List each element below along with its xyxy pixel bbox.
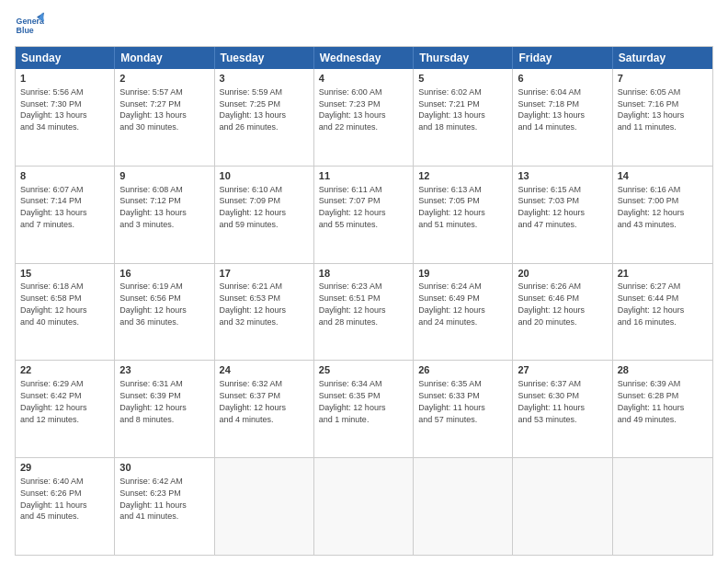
logo: General Blue xyxy=(15,11,44,40)
calendar-cell-day-25: 25Sunrise: 6:34 AM Sunset: 6:35 PM Dayli… xyxy=(314,361,414,457)
header: General Blue xyxy=(15,11,713,40)
calendar-cell-day-5: 5Sunrise: 6:02 AM Sunset: 7:21 PM Daylig… xyxy=(414,69,513,166)
day-info: Sunrise: 6:19 AM Sunset: 6:56 PM Dayligh… xyxy=(119,282,187,326)
calendar-cell-day-8: 8Sunrise: 6:07 AM Sunset: 7:14 PM Daylig… xyxy=(16,167,115,263)
day-info: Sunrise: 5:59 AM Sunset: 7:25 PM Dayligh… xyxy=(220,87,287,132)
day-info: Sunrise: 6:18 AM Sunset: 6:58 PM Dayligh… xyxy=(20,282,87,326)
day-number: 28 xyxy=(618,363,708,377)
day-number: 18 xyxy=(319,267,408,281)
calendar-cell-day-19: 19Sunrise: 6:24 AM Sunset: 6:49 PM Dayli… xyxy=(414,264,513,361)
calendar-cell-day-23: 23Sunrise: 6:31 AM Sunset: 6:39 PM Dayli… xyxy=(115,361,214,457)
calendar-row-1: 8Sunrise: 6:07 AM Sunset: 7:14 PM Daylig… xyxy=(16,166,712,263)
day-info: Sunrise: 6:26 AM Sunset: 6:46 PM Dayligh… xyxy=(518,282,585,326)
calendar-cell-day-22: 22Sunrise: 6:29 AM Sunset: 6:42 PM Dayli… xyxy=(16,361,115,457)
day-info: Sunrise: 5:56 AM Sunset: 7:30 PM Dayligh… xyxy=(20,87,87,132)
day-number: 23 xyxy=(119,363,209,377)
calendar-cell-empty xyxy=(613,458,712,555)
generalblue-logo-icon: General Blue xyxy=(15,11,44,40)
day-info: Sunrise: 6:23 AM Sunset: 6:51 PM Dayligh… xyxy=(319,282,386,326)
calendar: SundayMondayTuesdayWednesdayThursdayFrid… xyxy=(15,46,713,556)
day-number: 26 xyxy=(418,363,507,377)
calendar-header-monday: Monday xyxy=(115,47,214,69)
calendar-cell-day-7: 7Sunrise: 6:05 AM Sunset: 7:16 PM Daylig… xyxy=(613,69,712,166)
svg-text:Blue: Blue xyxy=(17,26,34,35)
calendar-cell-day-12: 12Sunrise: 6:13 AM Sunset: 7:05 PM Dayli… xyxy=(414,167,513,263)
calendar-row-2: 15Sunrise: 6:18 AM Sunset: 6:58 PM Dayli… xyxy=(16,263,712,361)
day-number: 29 xyxy=(20,461,109,475)
day-number: 19 xyxy=(418,267,507,281)
calendar-cell-day-20: 20Sunrise: 6:26 AM Sunset: 6:46 PM Dayli… xyxy=(513,264,612,361)
day-info: Sunrise: 6:24 AM Sunset: 6:49 PM Dayligh… xyxy=(418,282,485,326)
calendar-header-friday: Friday xyxy=(513,47,612,69)
day-number: 4 xyxy=(319,72,408,86)
day-number: 1 xyxy=(20,72,109,86)
day-number: 14 xyxy=(618,169,708,183)
calendar-cell-day-4: 4Sunrise: 6:00 AM Sunset: 7:23 PM Daylig… xyxy=(314,69,414,166)
calendar-header-sunday: Sunday xyxy=(16,47,115,69)
calendar-cell-day-14: 14Sunrise: 6:16 AM Sunset: 7:00 PM Dayli… xyxy=(613,167,712,263)
day-number: 5 xyxy=(418,72,507,86)
day-info: Sunrise: 6:34 AM Sunset: 6:35 PM Dayligh… xyxy=(319,379,386,423)
day-number: 15 xyxy=(20,267,109,281)
calendar-cell-day-27: 27Sunrise: 6:37 AM Sunset: 6:30 PM Dayli… xyxy=(513,361,612,457)
day-info: Sunrise: 6:32 AM Sunset: 6:37 PM Dayligh… xyxy=(220,379,287,423)
day-number: 20 xyxy=(518,267,607,281)
day-info: Sunrise: 6:42 AM Sunset: 6:23 PM Dayligh… xyxy=(119,477,187,521)
calendar-header-thursday: Thursday xyxy=(414,47,513,69)
day-info: Sunrise: 6:07 AM Sunset: 7:14 PM Dayligh… xyxy=(20,185,87,229)
calendar-cell-day-18: 18Sunrise: 6:23 AM Sunset: 6:51 PM Dayli… xyxy=(314,264,414,361)
calendar-cell-day-1: 1Sunrise: 5:56 AM Sunset: 7:30 PM Daylig… xyxy=(16,69,115,166)
calendar-cell-day-16: 16Sunrise: 6:19 AM Sunset: 6:56 PM Dayli… xyxy=(115,264,214,361)
calendar-cell-day-28: 28Sunrise: 6:39 AM Sunset: 6:28 PM Dayli… xyxy=(613,361,712,457)
day-number: 17 xyxy=(220,267,309,281)
calendar-header-wednesday: Wednesday xyxy=(314,47,414,69)
day-number: 10 xyxy=(220,169,309,183)
day-info: Sunrise: 6:10 AM Sunset: 7:09 PM Dayligh… xyxy=(220,185,287,229)
calendar-cell-day-15: 15Sunrise: 6:18 AM Sunset: 6:58 PM Dayli… xyxy=(16,264,115,361)
day-number: 3 xyxy=(220,72,309,86)
calendar-cell-day-29: 29Sunrise: 6:40 AM Sunset: 6:26 PM Dayli… xyxy=(16,458,115,555)
calendar-cell-day-11: 11Sunrise: 6:11 AM Sunset: 7:07 PM Dayli… xyxy=(314,167,414,263)
calendar-header-tuesday: Tuesday xyxy=(215,47,314,69)
calendar-row-4: 29Sunrise: 6:40 AM Sunset: 6:26 PM Dayli… xyxy=(16,457,712,555)
calendar-row-0: 1Sunrise: 5:56 AM Sunset: 7:30 PM Daylig… xyxy=(16,69,712,166)
day-info: Sunrise: 6:05 AM Sunset: 7:16 PM Dayligh… xyxy=(618,87,685,132)
day-info: Sunrise: 6:04 AM Sunset: 7:18 PM Dayligh… xyxy=(518,87,585,132)
day-info: Sunrise: 6:31 AM Sunset: 6:39 PM Dayligh… xyxy=(119,379,187,423)
day-number: 6 xyxy=(518,72,607,86)
day-number: 13 xyxy=(518,169,607,183)
calendar-cell-day-3: 3Sunrise: 5:59 AM Sunset: 7:25 PM Daylig… xyxy=(215,69,314,166)
day-number: 27 xyxy=(518,363,607,377)
day-info: Sunrise: 6:15 AM Sunset: 7:03 PM Dayligh… xyxy=(518,185,585,229)
day-number: 8 xyxy=(20,169,109,183)
page: General Blue SundayMondayTuesdayWednesda… xyxy=(0,0,728,563)
day-info: Sunrise: 6:16 AM Sunset: 7:00 PM Dayligh… xyxy=(618,185,685,229)
day-number: 2 xyxy=(119,72,209,86)
day-number: 24 xyxy=(220,363,309,377)
day-info: Sunrise: 6:00 AM Sunset: 7:23 PM Dayligh… xyxy=(319,87,386,132)
calendar-cell-day-6: 6Sunrise: 6:04 AM Sunset: 7:18 PM Daylig… xyxy=(513,69,612,166)
day-number: 11 xyxy=(319,169,408,183)
calendar-body: 1Sunrise: 5:56 AM Sunset: 7:30 PM Daylig… xyxy=(16,69,712,555)
calendar-cell-day-21: 21Sunrise: 6:27 AM Sunset: 6:44 PM Dayli… xyxy=(613,264,712,361)
calendar-cell-empty xyxy=(314,458,414,555)
calendar-cell-day-13: 13Sunrise: 6:15 AM Sunset: 7:03 PM Dayli… xyxy=(513,167,612,263)
calendar-header-saturday: Saturday xyxy=(613,47,712,69)
calendar-cell-day-30: 30Sunrise: 6:42 AM Sunset: 6:23 PM Dayli… xyxy=(115,458,214,555)
day-info: Sunrise: 6:29 AM Sunset: 6:42 PM Dayligh… xyxy=(20,379,87,423)
calendar-cell-empty xyxy=(513,458,612,555)
day-info: Sunrise: 6:02 AM Sunset: 7:21 PM Dayligh… xyxy=(418,87,485,132)
day-info: Sunrise: 6:37 AM Sunset: 6:30 PM Dayligh… xyxy=(518,379,585,423)
day-info: Sunrise: 6:39 AM Sunset: 6:28 PM Dayligh… xyxy=(618,379,685,423)
day-info: Sunrise: 6:11 AM Sunset: 7:07 PM Dayligh… xyxy=(319,185,386,229)
day-info: Sunrise: 6:08 AM Sunset: 7:12 PM Dayligh… xyxy=(119,185,187,229)
day-number: 22 xyxy=(20,363,109,377)
day-number: 16 xyxy=(119,267,209,281)
calendar-cell-day-2: 2Sunrise: 5:57 AM Sunset: 7:27 PM Daylig… xyxy=(115,69,214,166)
day-info: Sunrise: 6:21 AM Sunset: 6:53 PM Dayligh… xyxy=(220,282,287,326)
day-info: Sunrise: 6:35 AM Sunset: 6:33 PM Dayligh… xyxy=(418,379,485,423)
day-info: Sunrise: 6:40 AM Sunset: 6:26 PM Dayligh… xyxy=(20,477,87,521)
calendar-cell-day-26: 26Sunrise: 6:35 AM Sunset: 6:33 PM Dayli… xyxy=(414,361,513,457)
calendar-cell-day-10: 10Sunrise: 6:10 AM Sunset: 7:09 PM Dayli… xyxy=(215,167,314,263)
day-info: Sunrise: 6:13 AM Sunset: 7:05 PM Dayligh… xyxy=(418,185,485,229)
